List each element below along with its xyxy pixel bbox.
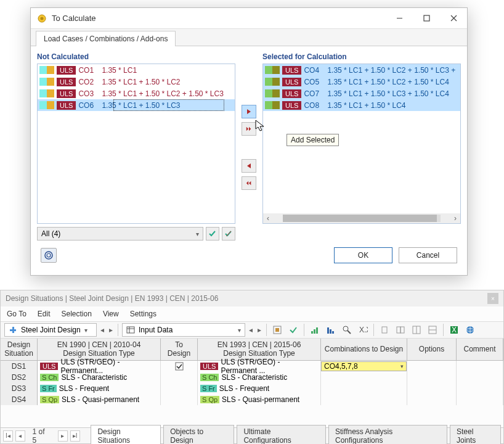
- cell-dst2[interactable]: ULSULS (STR/GEO) - Permanent ...: [198, 361, 321, 372]
- cell-dst2[interactable]: S ChSLS - Characteristic: [198, 372, 321, 383]
- tool-button[interactable]: [340, 323, 354, 337]
- window-title: Design Situations | Steel Joint Design |…: [6, 294, 487, 303]
- nav-first-button[interactable]: I◂: [3, 430, 13, 442]
- tool-button[interactable]: [324, 323, 338, 337]
- cell-dst2[interactable]: S QpSLS - Quasi-permanent: [198, 394, 321, 405]
- dialog-tab-strip: Load Cases / Combinations / Add-ons: [31, 29, 467, 46]
- horizontal-scrollbar[interactable]: ‹ ›: [263, 213, 460, 223]
- col-header-comment[interactable]: Comment: [457, 339, 503, 360]
- list-item[interactable]: ULS CO1 1.35 * LC1: [38, 64, 235, 76]
- menu-goto[interactable]: Go To: [7, 310, 26, 318]
- cell-to-design[interactable]: [161, 361, 198, 372]
- cell-combinations[interactable]: [321, 372, 407, 383]
- cell-to-design[interactable]: [161, 394, 198, 405]
- cell-options[interactable]: [407, 361, 457, 372]
- cell-comment[interactable]: [457, 383, 503, 394]
- list-item[interactable]: ULS CO7 1.35 * LC1 + 1.50 * LC3 + 1.50 *…: [263, 88, 460, 99]
- remove-selected-button[interactable]: [242, 159, 256, 173]
- tool-button[interactable]: [287, 323, 300, 337]
- nav-prev-icon[interactable]: ◂: [248, 326, 254, 334]
- cancel-button[interactable]: Cancel: [399, 247, 457, 263]
- col-header-dst1[interactable]: EN 1990 | CEN | 2010-04 Design Situation…: [38, 339, 161, 360]
- design-type-dropdown[interactable]: Steel Joint Design ▾: [4, 323, 97, 337]
- tab-ultimate-configurations[interactable]: Ultimate Configurations: [237, 425, 326, 445]
- scroll-left-icon[interactable]: ‹: [263, 214, 273, 223]
- cell-to-design[interactable]: [161, 372, 198, 383]
- cell-options[interactable]: [407, 394, 457, 405]
- cell-options[interactable]: [407, 383, 457, 394]
- remove-all-button[interactable]: [242, 176, 256, 190]
- list-item[interactable]: ULS CO5 1.35 * LC1 + 1.50 * LC2 + 1.50 *…: [263, 76, 460, 88]
- scrollbar-thumb[interactable]: [283, 215, 437, 222]
- table-row[interactable]: DS2 S ChSLS - Characteristic S ChSLS - C…: [1, 372, 503, 383]
- col-header-ds[interactable]: Design Situation: [1, 339, 38, 360]
- col-header-to-design[interactable]: To Design: [161, 339, 198, 360]
- uls-badge: ULS: [57, 101, 76, 110]
- web-button[interactable]: [463, 323, 477, 337]
- menu-edit[interactable]: Edit: [38, 310, 51, 318]
- cell-combinations[interactable]: CO4,5,7,8▾: [321, 361, 407, 372]
- select-inverse-button[interactable]: [222, 227, 235, 240]
- close-button[interactable]: [440, 8, 467, 29]
- nav-next-button[interactable]: ▸: [58, 430, 68, 442]
- scroll-right-icon[interactable]: ›: [450, 214, 460, 223]
- nav-next-icon[interactable]: ▸: [108, 326, 114, 334]
- table-row[interactable]: DS3 S FrSLS - Frequent S FrSLS - Frequen…: [1, 383, 503, 394]
- select-all-button[interactable]: [206, 227, 219, 240]
- minimize-button[interactable]: [386, 8, 413, 29]
- list-item[interactable]: ULS CO3 1.35 * LC1 + 1.50 * LC2 + 1.50 *…: [38, 88, 235, 99]
- cell-comment[interactable]: [457, 372, 503, 383]
- tab-stiffness-configurations[interactable]: Stiffness Analysis Configurations: [328, 425, 447, 445]
- table-row[interactable]: DS4 S QpSLS - Quasi-permanent S QpSLS - …: [1, 394, 503, 405]
- not-calculated-list[interactable]: ULS CO1 1.35 * LC1 ULS CO2 1.35 * LC1 + …: [37, 64, 235, 224]
- svg-marker-8: [246, 127, 248, 131]
- help-button[interactable]: [41, 248, 57, 263]
- nav-next-icon[interactable]: ▸: [256, 326, 262, 334]
- col-header-combinations[interactable]: Combinations to Design: [321, 339, 407, 360]
- list-item[interactable]: ULS CO6 1.35 * LC1 + 1.50 * LC3: [38, 99, 235, 111]
- cell-comment[interactable]: [457, 394, 503, 405]
- ok-button[interactable]: OK: [334, 247, 392, 263]
- nav-prev-button[interactable]: ◂: [15, 430, 25, 442]
- list-item[interactable]: ULS CO4 1.35 * LC1 + 1.50 * LC2 + 1.50 *…: [263, 64, 460, 76]
- maximize-button[interactable]: [413, 8, 440, 29]
- cell-combinations[interactable]: [321, 394, 407, 405]
- tool-button[interactable]: X.XX: [356, 323, 370, 337]
- col-header-options[interactable]: Options: [407, 339, 457, 360]
- col-header-dst2[interactable]: EN 1993 | CEN | 2015-06 Design Situation…: [198, 339, 321, 360]
- cell-combinations[interactable]: [321, 383, 407, 394]
- cell-options[interactable]: [407, 372, 457, 383]
- add-all-button[interactable]: [242, 122, 256, 136]
- cell-to-design[interactable]: [161, 383, 198, 394]
- tool-button[interactable]: [426, 323, 439, 337]
- tool-button[interactable]: [378, 323, 391, 337]
- tab-design-situations[interactable]: Design Situations: [91, 425, 161, 445]
- close-icon[interactable]: ×: [487, 293, 498, 304]
- tab-objects-to-design[interactable]: Objects to Design: [163, 425, 234, 445]
- tab-load-cases[interactable]: Load Cases / Combinations / Add-ons: [36, 31, 176, 46]
- input-data-dropdown[interactable]: Input Data ▾: [122, 323, 245, 337]
- menu-settings[interactable]: Settings: [130, 310, 156, 318]
- svg-marker-9: [249, 127, 251, 131]
- export-excel-button[interactable]: X: [447, 323, 461, 337]
- nav-prev-icon[interactable]: ◂: [99, 326, 105, 334]
- cell-comment[interactable]: [457, 361, 503, 372]
- list-item[interactable]: ULS CO8 1.35 * LC1 + 1.50 * LC4: [263, 99, 460, 111]
- tool-button[interactable]: [270, 323, 284, 337]
- nav-last-button[interactable]: ▸I: [70, 430, 80, 442]
- tool-button[interactable]: [308, 323, 322, 337]
- cell-dst1[interactable]: S QpSLS - Quasi-permanent: [38, 394, 161, 405]
- list-item[interactable]: ULS CO2 1.35 * LC1 + 1.50 * LC2: [38, 76, 235, 88]
- table-row[interactable]: DS1 ULSULS (STR/GEO) - Permanent... ULSU…: [1, 361, 503, 372]
- cell-dst1[interactable]: S FrSLS - Frequent: [38, 383, 161, 394]
- cell-dst2[interactable]: S FrSLS - Frequent: [198, 383, 321, 394]
- tool-button[interactable]: [410, 323, 423, 337]
- filter-dropdown[interactable]: All (4) ▾: [37, 227, 203, 240]
- add-selected-button[interactable]: [242, 105, 256, 118]
- menu-selection[interactable]: Selection: [62, 310, 92, 318]
- tool-button[interactable]: [394, 323, 407, 337]
- menu-view[interactable]: View: [103, 310, 119, 318]
- tab-steel-joints[interactable]: Steel Joints: [450, 425, 501, 445]
- cell-dst1[interactable]: S ChSLS - Characteristic: [38, 372, 161, 383]
- cell-dst1[interactable]: ULSULS (STR/GEO) - Permanent...: [38, 361, 161, 372]
